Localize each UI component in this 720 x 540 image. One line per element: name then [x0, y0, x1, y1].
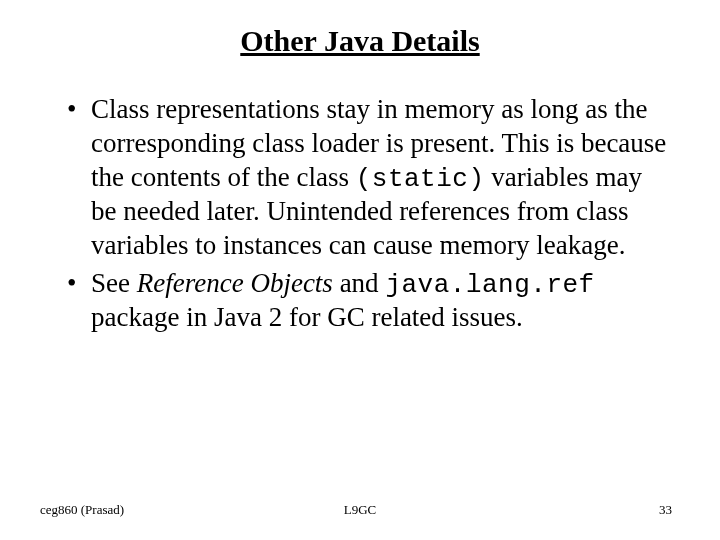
bullet-list: Class representations stay in memory as …	[47, 93, 667, 335]
footer-right: 33	[659, 502, 672, 518]
footer-center: L9GC	[344, 502, 377, 518]
bullet-item: Class representations stay in memory as …	[67, 93, 667, 263]
bullet-text: and	[333, 268, 385, 298]
slide-body: Class representations stay in memory as …	[30, 92, 690, 340]
italic-text: Reference Objects	[137, 268, 333, 298]
bullet-item: See Reference Objects and java.lang.ref …	[67, 267, 667, 335]
bullet-text: package in Java 2 for GC related issues.	[91, 302, 523, 332]
code-text: (static)	[356, 164, 485, 194]
slide-footer: ceg860 (Prasad) L9GC 33	[0, 502, 720, 518]
slide: Other Java Details Class representations…	[0, 0, 720, 540]
slide-title: Other Java Details	[30, 24, 690, 58]
bullet-text: See	[91, 268, 137, 298]
footer-left: ceg860 (Prasad)	[40, 502, 124, 518]
code-text: java.lang.ref	[385, 270, 594, 300]
